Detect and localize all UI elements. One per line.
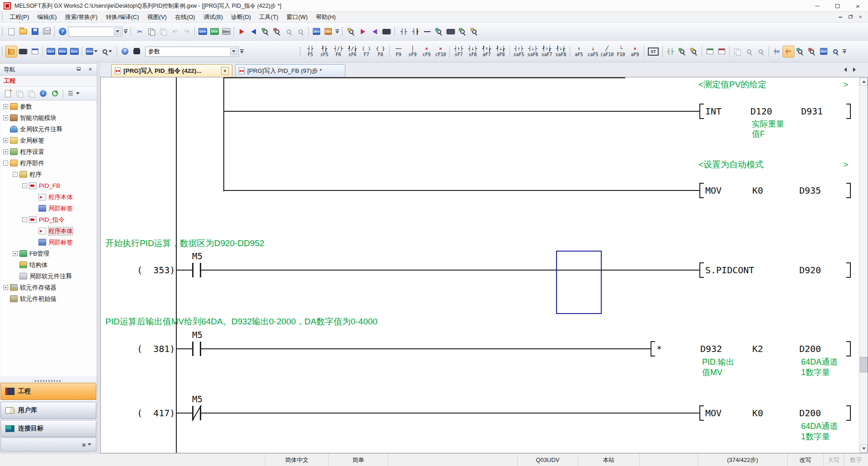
note-edit-button[interactable]	[731, 46, 743, 57]
ladder-edit-mode-button[interactable]: ╪✎	[783, 46, 794, 57]
tree-item-parameter[interactable]: +参数	[0, 101, 96, 112]
menu-view[interactable]: 视图(V)	[143, 12, 171, 23]
tab-close-button[interactable]: ×	[221, 67, 229, 75]
cut-button[interactable]: ✂	[134, 26, 146, 38]
closed-contact-m5[interactable]	[192, 406, 201, 420]
monitor-stop-button[interactable]	[271, 26, 283, 38]
view-connection-button[interactable]: 连接目标	[0, 420, 96, 437]
ladder-vline-sf9-button[interactable]: │sF9	[406, 43, 420, 60]
menu-tool[interactable]: 工具(T)	[255, 12, 283, 23]
watch-pulse-button[interactable]: ╍╍	[421, 26, 433, 38]
navigation-close-button[interactable]: ×	[89, 66, 92, 73]
instruction-help-button[interactable]: ?	[119, 46, 131, 57]
instruction-opcode[interactable]: S.PIDCONT	[705, 264, 754, 276]
toolbar-overflow-button[interactable]	[841, 45, 847, 58]
ladder-symbol-sf5-button[interactable]: ┦┟sF5	[317, 43, 331, 60]
chevron-down-icon[interactable]	[114, 28, 121, 35]
mdi-restore-button[interactable]	[846, 13, 854, 21]
tree-item-global-device-comment[interactable]: 全局软元件注释	[0, 124, 96, 135]
st-editor-button[interactable]: ST	[646, 46, 660, 57]
mdi-close-button[interactable]: ×	[856, 13, 864, 21]
menu-online[interactable]: 在线(O)	[171, 12, 199, 23]
watch-register2-button[interactable]	[468, 26, 480, 38]
tree-toggle[interactable]: -	[13, 172, 18, 177]
find-prev-button[interactable]	[743, 46, 755, 57]
paste-button[interactable]	[157, 26, 169, 38]
ladder-pulse-af7-button[interactable]: ┦↑┟aF7	[480, 43, 494, 60]
device-comment-edit2-button[interactable]	[676, 46, 688, 57]
instruction-operand[interactable]: K0	[752, 407, 763, 419]
find-target-combobox[interactable]: 参数	[145, 47, 239, 57]
tree-toggle[interactable]: -	[22, 183, 27, 188]
tree-item-pid-fb[interactable]: -PID_FB	[0, 180, 96, 191]
ladder-pulse-saf8-button[interactable]: ┦⇓┟saF8	[554, 43, 568, 60]
instruction-operand[interactable]: D120	[750, 105, 772, 117]
menu-debug[interactable]: 调试(B)	[199, 12, 227, 23]
ladder-pulse-sf7-button[interactable]: ┤↑├sF7	[452, 43, 466, 60]
monitor-pause-button[interactable]	[283, 26, 295, 38]
find-button[interactable]	[131, 46, 142, 57]
instruction-operand[interactable]: D200	[799, 343, 821, 355]
delete-row-button[interactable]	[716, 46, 727, 57]
ladder-delete-hline-cf9-button[interactable]: ×cF9	[420, 43, 434, 60]
instruction-operand[interactable]: D935	[799, 185, 821, 196]
instruction-operand[interactable]: K2	[752, 343, 763, 355]
scrollbar-thumb[interactable]	[860, 357, 868, 372]
zoom-button[interactable]	[830, 46, 841, 57]
watch-start-button[interactable]	[433, 26, 445, 38]
instruction-opcode[interactable]: MOV	[705, 407, 722, 419]
tree-item-program-body[interactable]: 程序本体	[0, 225, 96, 237]
tree-item-device-initial-value[interactable]: 软元件初始值	[0, 293, 96, 304]
write-mode-button[interactable]	[806, 46, 818, 57]
menu-window[interactable]: 窗口(W)	[283, 12, 312, 23]
ladder-symbol-f7-button[interactable]: ( )F7	[359, 43, 373, 60]
ladder-logic-test-button[interactable]	[345, 26, 357, 38]
ladder-branch-f10-button[interactable]: └F10	[614, 43, 628, 60]
open-project-button[interactable]	[17, 26, 29, 38]
ladder-editor[interactable]: <测定值PV的给定 > INT D120 D931 实际重量 值F <设置为自动…	[100, 77, 868, 453]
navigation-window-button[interactable]	[5, 46, 17, 57]
insert-row-button[interactable]	[704, 46, 716, 57]
ladder-symbol-f6-button[interactable]: ┤/├F6	[331, 43, 345, 60]
remote-operation-button[interactable]	[381, 26, 392, 38]
monitor-resume-button[interactable]	[295, 26, 307, 38]
read-mode-button[interactable]	[794, 46, 806, 57]
scroll-down-button[interactable]	[860, 445, 868, 452]
device-find-button[interactable]: Dev	[818, 46, 830, 57]
tree-item-pid-instruction[interactable]: -PID_指令	[0, 214, 96, 225]
ladder-symbol-f8-button[interactable]: { }F8	[373, 43, 387, 60]
toolbar-overflow-button[interactable]	[123, 25, 128, 38]
search-combobox[interactable]	[68, 27, 123, 37]
tree-toggle[interactable]: +	[3, 138, 8, 143]
watch-register-button[interactable]	[457, 26, 468, 38]
menu-edit[interactable]: 编辑(E)	[33, 12, 61, 23]
menu-help[interactable]: 帮助(H)	[312, 12, 340, 23]
instruction-opcode[interactable]: MOV	[705, 185, 722, 196]
device-batch-button[interactable]: Dev	[220, 26, 232, 38]
tree-toggle[interactable]: +	[3, 149, 8, 154]
tree-toggle[interactable]: +	[3, 115, 8, 120]
toolbar-overflow-button[interactable]	[334, 25, 340, 38]
pin-icon[interactable]	[77, 67, 80, 71]
write-to-plc-button[interactable]	[236, 26, 248, 38]
ladder-pulse-af8-button[interactable]: ┦↓┟aF8	[494, 43, 508, 60]
maximize-button[interactable]	[827, 0, 848, 12]
tree-item-local-device-comment[interactable]: 局部软元件注释	[0, 271, 96, 282]
open-contact-m5[interactable]	[192, 263, 201, 277]
menu-project[interactable]: 工程(P)	[5, 12, 33, 23]
statement-edit-button[interactable]	[688, 46, 700, 57]
vertical-scrollbar[interactable]	[859, 77, 868, 453]
instruction-operand[interactable]: D920	[799, 264, 821, 276]
tree-item-fb-management[interactable]: +FB管理	[0, 248, 96, 259]
nav-refresh-button[interactable]	[49, 88, 60, 99]
nav-copy-button[interactable]	[14, 88, 25, 99]
print-button[interactable]	[41, 26, 52, 38]
device-display-button[interactable]: Dev	[311, 26, 322, 38]
tab-scroll-right-button[interactable]	[851, 66, 858, 73]
menu-find-replace[interactable]: 搜索/替换(F)	[61, 12, 102, 23]
ladder-pulse-saf7-button[interactable]: ┦⇑┟saF7	[540, 43, 554, 60]
tree-item-global-label[interactable]: +全局标签	[0, 135, 96, 146]
tab-pid-instruction[interactable]: [PRG]写入 PID_指令 (422)... ×	[111, 64, 232, 77]
panel-splitter[interactable]	[97, 63, 100, 452]
read-from-plc-button[interactable]	[248, 26, 259, 38]
